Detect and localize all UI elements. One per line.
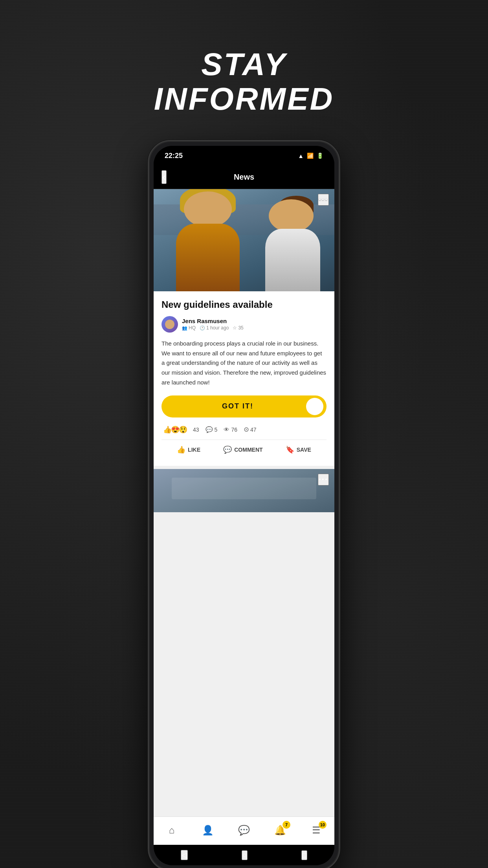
article-text: The onboarding process plays a crucial r… (161, 339, 327, 388)
comment-label: COMMENT (234, 447, 262, 453)
thumbs-up-emoji: 👍 (163, 425, 172, 434)
org-icon: 👥 (182, 326, 187, 331)
chat-icon: 💬 (238, 825, 250, 836)
action-bar: 👍 LIKE 💬 COMMENT 🔖 SAVE (161, 440, 327, 460)
article-title: New guidelines available (161, 299, 327, 311)
status-icons: ▲ 📶 🔋 (298, 153, 323, 159)
view-stat: 👁 76 (224, 426, 237, 433)
read-count: 47 (250, 427, 257, 433)
scroll-content[interactable]: ··· New guidelines available Jens Rasmus… (154, 189, 334, 817)
author-avatar (161, 316, 178, 333)
got-it-toggle (306, 398, 323, 415)
time-icon: 🕐 (200, 326, 205, 331)
nav-menu[interactable]: ☰ 10 (305, 820, 328, 840)
stats-row: 👍 😍 😲 43 💬 5 👁 76 (161, 425, 327, 440)
heart-eyes-emoji: 😍 (171, 425, 180, 434)
got-it-label: GOT IT! (169, 402, 306, 410)
surprised-emoji: 😲 (179, 425, 187, 434)
bottom-nav: ⌂ 👤 💬 🔔 7 ☰ 10 (154, 817, 334, 845)
comment-action-icon: 💬 (223, 445, 232, 454)
nav-title: News (234, 173, 254, 182)
signal-icon: 📶 (307, 153, 314, 159)
nav-bar: ‹ News (154, 166, 334, 189)
article-body: New guidelines available Jens Rasmusen 👥… (154, 291, 334, 466)
article-card: ··· New guidelines available Jens Rasmus… (154, 189, 334, 466)
article-preview: ··· (154, 469, 334, 512)
view-count: 76 (231, 427, 237, 433)
preview-image (154, 469, 334, 512)
article-more-button[interactable]: ··· (318, 194, 329, 206)
nav-home[interactable]: ⌂ (160, 820, 183, 840)
page-title: STAY INFORMED (154, 47, 334, 116)
nav-profile[interactable]: 👤 (196, 820, 220, 840)
home-icon: ⌂ (169, 825, 175, 836)
comment-stat: 💬 5 (205, 426, 218, 433)
phone-frame: 22:25 ▲ 📶 🔋 ‹ News (148, 140, 340, 868)
sys-back-button[interactable]: ◁ (181, 850, 188, 860)
reaction-count: 43 (193, 427, 199, 433)
nav-chat[interactable]: 💬 (232, 820, 256, 840)
author-name: Jens Rasmusen (182, 318, 244, 324)
comment-button[interactable]: 💬 COMMENT (223, 445, 262, 454)
sys-home-button[interactable]: ○ (242, 850, 248, 860)
author-time: 🕐 1 hour ago (200, 325, 229, 331)
battery-icon: 🔋 (317, 153, 323, 159)
save-button[interactable]: 🔖 SAVE (286, 445, 311, 454)
system-nav: ◁ ○ □ (154, 845, 334, 865)
preview-more-button[interactable]: ··· (318, 474, 329, 485)
menu-badge: 10 (319, 821, 327, 829)
read-icon: ⊙ (244, 426, 249, 433)
status-time: 22:25 (165, 152, 183, 160)
author-details: 👥 HQ 🕐 1 hour ago ☆ 35 (182, 325, 244, 331)
reaction-emojis: 👍 😍 😲 (163, 425, 187, 434)
back-button[interactable]: ‹ (161, 170, 167, 184)
author-info: Jens Rasmusen 👥 HQ 🕐 1 hour ago (182, 318, 244, 331)
wifi-icon: ▲ (298, 153, 304, 159)
like-icon: 👍 (177, 445, 185, 454)
like-label: LIKE (188, 447, 200, 453)
status-bar: 22:25 ▲ 📶 🔋 (154, 146, 334, 166)
view-icon: 👁 (224, 426, 229, 433)
author-stars: ☆ 35 (233, 325, 243, 331)
phone-screen: 22:25 ▲ 📶 🔋 ‹ News (154, 146, 334, 865)
read-stat: ⊙ 47 (244, 426, 257, 433)
page-heading: STAY INFORMED (154, 24, 334, 116)
article-image: ··· (154, 189, 334, 291)
save-label: SAVE (297, 447, 311, 453)
profile-icon: 👤 (202, 825, 214, 836)
star-icon: ☆ (233, 325, 237, 331)
nav-notifications[interactable]: 🔔 7 (268, 820, 292, 840)
author-org: 👥 HQ (182, 325, 196, 331)
save-icon: 🔖 (286, 445, 294, 454)
article-meta: Jens Rasmusen 👥 HQ 🕐 1 hour ago (161, 316, 327, 333)
comment-count: 5 (215, 427, 218, 433)
comment-icon: 💬 (205, 426, 213, 433)
sys-recent-button[interactable]: □ (301, 850, 307, 860)
notification-badge: 7 (283, 821, 290, 829)
got-it-button[interactable]: GOT IT! (161, 395, 327, 417)
like-button[interactable]: 👍 LIKE (177, 445, 200, 454)
